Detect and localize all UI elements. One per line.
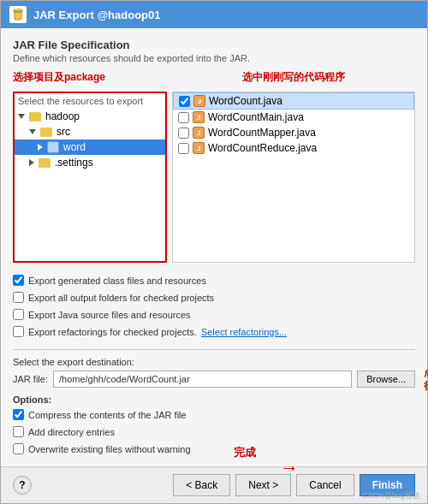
dialog-title: JAR Export @hadoop01 bbox=[33, 9, 160, 21]
checkbox-export-refactorings-label: Export refactorings for checked projects… bbox=[28, 327, 197, 337]
back-button[interactable]: < Back bbox=[173, 474, 230, 496]
options-label: Options: bbox=[13, 394, 415, 405]
annotation-select-code: 选中刚刚写的代码程序 bbox=[242, 71, 345, 83]
arrow-finish: → bbox=[280, 457, 299, 479]
dialog-content: JAR File Specification Define which reso… bbox=[1, 28, 427, 466]
checkbox-overwrite[interactable]: Overwrite existing files without warning bbox=[13, 442, 415, 456]
checkbox-compress[interactable]: Compress the contents of the JAR file bbox=[13, 407, 415, 422]
tree-label-word: word bbox=[63, 141, 86, 153]
tree-label-hadoop: hadoop bbox=[45, 110, 80, 122]
expand-icon-word bbox=[38, 144, 43, 151]
jar-file-row: JAR file: Browse... 点击这里选择保存 路径及名称 bbox=[13, 371, 415, 388]
folder-icon-settings bbox=[39, 158, 51, 168]
checkbox-export-output-input[interactable] bbox=[13, 292, 24, 303]
java-icon-wordcount: J bbox=[193, 95, 205, 107]
options-section: Options: Compress the contents of the JA… bbox=[13, 394, 415, 456]
tree-item-settings[interactable]: .settings bbox=[15, 155, 165, 170]
checkbox-add-directory-input[interactable] bbox=[13, 426, 24, 437]
file-checkbox-wordcountreduce[interactable] bbox=[178, 143, 189, 154]
folder-icon-hadoop bbox=[29, 112, 41, 122]
checkbox-export-refactorings-input[interactable] bbox=[13, 326, 24, 337]
tree-label: Select the resources to export bbox=[15, 93, 165, 109]
export-options-checkboxes: Export generated class files and resourc… bbox=[13, 270, 415, 342]
checkbox-export-generated-input[interactable] bbox=[13, 275, 24, 286]
file-checkbox-wordcountmain[interactable] bbox=[178, 112, 189, 123]
browse-button[interactable]: Browse... bbox=[357, 371, 415, 388]
checkbox-export-output-label: Export all output folders for checked pr… bbox=[28, 293, 214, 303]
jar-export-dialog: JAR Export @hadoop01 JAR File Specificat… bbox=[0, 0, 428, 504]
panels-row: Select the resources to export hadoop sr… bbox=[13, 92, 415, 263]
svg-point-2 bbox=[14, 9, 22, 11]
package-icon-word bbox=[47, 141, 59, 153]
tree-item-src[interactable]: src bbox=[15, 124, 165, 139]
expand-icon-settings bbox=[29, 159, 34, 166]
section-header: JAR File Specification Define which reso… bbox=[13, 39, 415, 63]
folder-icon-src bbox=[40, 127, 52, 137]
file-row-wordcountmain[interactable]: J WordCountMain.java bbox=[173, 110, 414, 125]
checkbox-export-output[interactable]: Export all output folders for checked pr… bbox=[13, 290, 415, 305]
footer-left: ? bbox=[13, 476, 32, 495]
export-dest-label: Select the export destination: bbox=[13, 357, 415, 367]
checkbox-compress-label: Compress the contents of the JAR file bbox=[28, 410, 187, 420]
jar-file-label: JAR file: bbox=[13, 374, 48, 384]
java-icon-wordcountmain: J bbox=[193, 111, 205, 123]
checkbox-export-generated[interactable]: Export generated class files and resourc… bbox=[13, 273, 415, 288]
select-refactorings-link[interactable]: Select refactorings... bbox=[201, 327, 287, 337]
checkbox-add-directory[interactable]: Add directory entries bbox=[13, 424, 415, 439]
tree-item-word[interactable]: word bbox=[15, 139, 165, 155]
file-list-panel: J WordCount.java J WordCountMain.java J … bbox=[172, 92, 415, 263]
annotation-select-project: 选择项目及package bbox=[13, 71, 105, 83]
checkbox-export-refactorings[interactable]: Export refactorings for checked projects… bbox=[13, 324, 415, 339]
file-checkbox-wordcountmapper[interactable] bbox=[178, 127, 189, 139]
separator bbox=[13, 349, 415, 350]
checkbox-add-directory-label: Add directory entries bbox=[28, 427, 115, 437]
file-row-wordcountreduce[interactable]: J WordCountReduce.java bbox=[173, 140, 414, 156]
checkbox-export-source-label: Export Java source files and resources bbox=[28, 310, 191, 320]
file-name-wordcountmain: WordCountMain.java bbox=[208, 111, 304, 123]
section-desc: Define which resources should be exporte… bbox=[13, 53, 415, 63]
checkbox-compress-input[interactable] bbox=[13, 409, 24, 420]
tree-label-settings: .settings bbox=[55, 157, 93, 169]
checkbox-overwrite-label: Overwrite existing files without warning bbox=[28, 444, 191, 454]
java-icon-wordcountreduce: J bbox=[193, 142, 205, 154]
jar-icon bbox=[9, 6, 27, 23]
jar-file-input[interactable] bbox=[53, 371, 352, 388]
file-checkbox-wordcount[interactable] bbox=[179, 96, 190, 107]
file-name-wordcount: WordCount.java bbox=[209, 95, 282, 107]
file-row-wordcountmapper[interactable]: J WordCountMapper.java bbox=[173, 125, 414, 140]
resource-tree-panel: Select the resources to export hadoop sr… bbox=[13, 92, 167, 263]
java-icon-wordcountmapper: J bbox=[193, 127, 205, 139]
annotation-finish: 完成 bbox=[234, 445, 256, 460]
annotation-select-path: 点击这里选择保存 路径及名称 bbox=[424, 366, 428, 393]
file-name-wordcountmapper: WordCountMapper.java bbox=[208, 127, 316, 139]
checkbox-export-source-input[interactable] bbox=[13, 309, 24, 320]
export-destination-section: Select the export destination: JAR file:… bbox=[13, 357, 415, 388]
file-row-wordcount[interactable]: J WordCount.java bbox=[173, 92, 414, 110]
checkbox-export-generated-label: Export generated class files and resourc… bbox=[28, 276, 206, 286]
watermark: CSDN@bug智达 bbox=[362, 490, 420, 501]
help-button[interactable]: ? bbox=[13, 476, 32, 495]
checkbox-export-source[interactable]: Export Java source files and resources bbox=[13, 307, 415, 322]
file-name-wordcountreduce: WordCountReduce.java bbox=[208, 142, 317, 154]
expand-icon-src bbox=[29, 129, 36, 134]
title-bar: JAR Export @hadoop01 bbox=[1, 1, 427, 28]
tree-label-src: src bbox=[56, 126, 70, 138]
tree-item-hadoop[interactable]: hadoop bbox=[15, 109, 165, 124]
expand-icon bbox=[18, 114, 25, 119]
dialog-footer: ? 完成 → < Back Next > Cancel Finish CSDN@… bbox=[1, 466, 427, 503]
cancel-button[interactable]: Cancel bbox=[296, 474, 354, 496]
section-title: JAR File Specification bbox=[13, 39, 415, 51]
checkbox-overwrite-input[interactable] bbox=[13, 443, 24, 454]
